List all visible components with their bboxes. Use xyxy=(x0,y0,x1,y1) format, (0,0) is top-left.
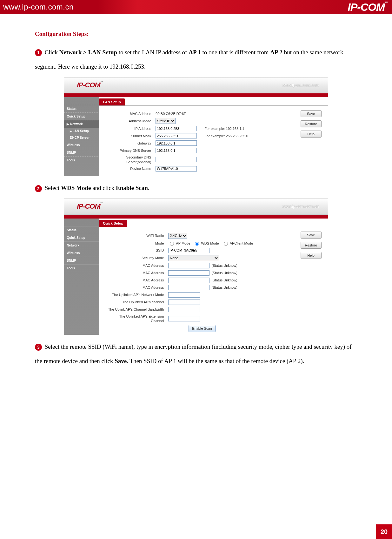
lbl-up-net-mode: The Uplinked AP's Network Mode xyxy=(108,293,168,297)
lbl-mode: Mode xyxy=(108,241,168,246)
enable-scan-button[interactable]: Enable Scan xyxy=(189,325,215,332)
nav-quick-setup[interactable]: Quick Setup xyxy=(64,112,99,120)
tab-lan-setup[interactable]: LAN Setup xyxy=(99,98,124,105)
input-up-net-mode[interactable] xyxy=(168,292,200,298)
input-gateway[interactable] xyxy=(156,140,197,146)
lbl-up-bandwidth: The Uplink AP's Channel Bandwidth xyxy=(108,307,168,312)
shot1-logo: IP-COM™ xyxy=(77,81,102,90)
lbl-apclient-mode: APClient Mode xyxy=(230,241,253,246)
shot1-url: www.ip-com.com.cn xyxy=(282,83,319,88)
input-dns2[interactable] xyxy=(156,157,197,162)
sel-wifi-radio[interactable]: 2.4GHz xyxy=(168,233,187,239)
nav2-tools[interactable]: Tools xyxy=(64,264,99,272)
lbl-up-channel: The Uplinked AP's channel xyxy=(108,300,168,304)
lbl-ssid: SSID xyxy=(108,248,168,253)
nav2-status[interactable]: Status xyxy=(64,226,99,234)
shot2-logo: IP-COM™ xyxy=(77,202,102,211)
lbl-mac2: MAC Address xyxy=(108,271,168,275)
radio-apclient-mode[interactable] xyxy=(224,242,228,246)
help-button[interactable]: Help xyxy=(301,131,322,138)
nav2-quick-setup[interactable]: Quick Setup xyxy=(64,234,99,241)
save-button[interactable]: Save xyxy=(301,110,322,117)
nav-wireless[interactable]: Wireless xyxy=(64,141,99,149)
input-mac2[interactable] xyxy=(168,270,209,276)
input-up-channel[interactable] xyxy=(168,300,200,305)
lbl-address-mode: Address Mode xyxy=(108,119,156,123)
nav2-snmp[interactable]: SNMP xyxy=(64,257,99,264)
page-header: www.ip-com.com.cn IP-COM™ xyxy=(0,0,392,14)
step-3-badge: 3 xyxy=(35,344,42,351)
input-device-name[interactable] xyxy=(156,166,197,172)
hint-ip: For example: 192.168.1.1 xyxy=(204,126,244,131)
lbl-wifi-radio: WIFI Radio xyxy=(108,233,168,238)
lbl-up-ext-channel: The Uplinked AP's Extension Channel xyxy=(108,314,168,323)
status-mac1: (Status:Unknow) xyxy=(211,263,237,268)
tab-quick-setup[interactable]: Quick Setup xyxy=(99,220,127,227)
status-mac4: (Status:Unknow) xyxy=(211,285,237,290)
restore-button-2[interactable]: Restore xyxy=(301,242,322,249)
screenshot-lan-setup: IP-COM™ www.ip-com.com.cn Status Quick S… xyxy=(64,77,328,176)
step-1: 1 Click Network > LAN Setup to set the L… xyxy=(35,45,357,74)
lbl-gateway: Gateway xyxy=(108,141,156,145)
lbl-wds-mode: WDS Mode xyxy=(201,241,219,246)
status-mac2: (Status:Unknow) xyxy=(211,271,237,275)
step-1-badge: 1 xyxy=(35,49,42,56)
lbl-dns2: Secondary DNSServer(optional) xyxy=(108,155,156,164)
radio-wds-mode[interactable] xyxy=(195,242,199,246)
hint-mask: For example: 255.255.255.0 xyxy=(204,134,248,138)
input-up-ext-channel[interactable] xyxy=(168,316,200,321)
sel-address-mode[interactable]: Static IP xyxy=(156,118,176,124)
save-button-2[interactable]: Save xyxy=(301,232,322,239)
lbl-dns1: Primary DNS Server xyxy=(108,148,156,153)
shot1-nav: Status Quick Setup ▶ Network LAN Setup D… xyxy=(64,97,99,176)
radio-ap-mode[interactable] xyxy=(170,242,174,246)
lbl-mask: Subnet Mask xyxy=(108,134,156,138)
input-ssid[interactable] xyxy=(168,248,209,253)
shot2-url: www.ip-com.com.cn xyxy=(282,204,319,209)
lbl-mac4: MAC Address xyxy=(108,285,168,290)
input-ip[interactable] xyxy=(156,126,197,131)
configuration-steps-title: Configuration Steps: xyxy=(35,27,357,41)
header-url: www.ip-com.com.cn xyxy=(3,3,74,11)
nav-dhcp-server[interactable]: DHCP Server xyxy=(64,134,99,141)
input-mac3[interactable] xyxy=(168,278,209,283)
sel-security-mode[interactable]: None xyxy=(168,255,219,261)
nav-status[interactable]: Status xyxy=(64,105,99,112)
step-2-badge: 2 xyxy=(35,185,42,192)
status-mac3: (Status:Unknow) xyxy=(211,278,237,282)
input-dns1[interactable] xyxy=(156,148,197,153)
input-mask[interactable] xyxy=(156,133,197,138)
lbl-device-name: Device Name xyxy=(108,166,156,171)
lbl-ip: IP Address xyxy=(108,126,156,131)
nav2-network[interactable]: Network xyxy=(64,241,99,249)
step-3: 3 Select the remote SSID (WiFi name), ty… xyxy=(35,340,357,368)
lbl-mac3: MAC Address xyxy=(108,278,168,282)
screenshot-wds-mode: IP-COM™ www.ip-com.com.cn Status Quick S… xyxy=(64,199,328,335)
nav-network[interactable]: ▶ Network xyxy=(64,120,99,128)
nav-lan-setup[interactable]: LAN Setup xyxy=(64,128,99,134)
input-mac4[interactable] xyxy=(168,285,209,290)
lbl-ap-mode: AP Mode xyxy=(176,241,190,246)
lbl-mac1: MAC Address xyxy=(108,263,168,268)
input-up-bandwidth[interactable] xyxy=(168,307,200,312)
shot2-nav: Status Quick Setup Network Wireless SNMP… xyxy=(64,219,99,335)
restore-button[interactable]: Restore xyxy=(301,120,322,127)
header-brand: IP-COM™ xyxy=(348,1,388,13)
nav-snmp[interactable]: SNMP xyxy=(64,149,99,156)
nav2-wireless[interactable]: Wireless xyxy=(64,249,99,257)
nav-tools[interactable]: Tools xyxy=(64,156,99,164)
val-mac: 00:B0:C6:2B:D7:6F xyxy=(156,111,186,116)
input-mac1[interactable] xyxy=(168,263,209,268)
step-2: 2 Select WDS Mode and click Enable Scan. xyxy=(35,181,357,195)
lbl-security-mode: Security Mode xyxy=(108,256,168,260)
help-button-2[interactable]: Help xyxy=(301,252,322,259)
lbl-mac: MAC Address xyxy=(108,111,156,116)
